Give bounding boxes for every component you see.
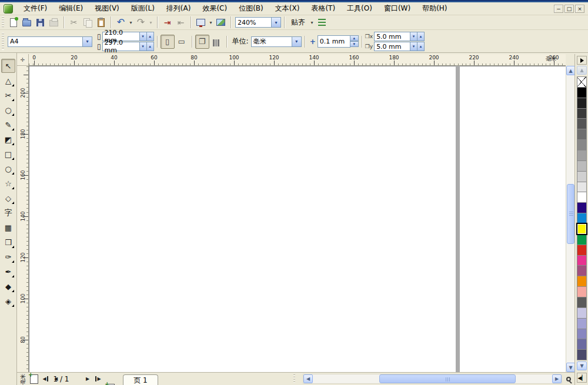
- menu-edit[interactable]: 编辑(E): [53, 2, 89, 15]
- swatch-70-percent-black[interactable]: [577, 118, 587, 129]
- zoom-tool[interactable]: ○: [1, 103, 15, 117]
- horizontal-scroll-thumb[interactable]: [379, 374, 516, 383]
- palette-expand-button[interactable]: ◀▏: [577, 373, 587, 383]
- menu-table[interactable]: 表格(T): [305, 2, 341, 15]
- last-page-button[interactable]: ▶: [93, 374, 103, 384]
- restore-button[interactable]: □: [564, 5, 574, 13]
- ruler-origin[interactable]: ✛: [17, 54, 29, 66]
- menu-arrange[interactable]: 排列(A): [161, 2, 197, 15]
- pick-tool[interactable]: ↖: [1, 59, 15, 73]
- swatch-mauve[interactable]: [577, 265, 587, 276]
- application-launcher-dropdown[interactable]: ▾: [208, 16, 214, 29]
- swatch-salmon[interactable]: [577, 286, 587, 297]
- rectangle-tool[interactable]: □: [1, 147, 15, 161]
- swatch-green[interactable]: [577, 234, 587, 245]
- horizontal-ruler[interactable]: 020406080100120140160180200220240260毫米: [29, 54, 566, 66]
- redo-dropdown[interactable]: ▾: [148, 16, 154, 29]
- swatch-60-percent-black[interactable]: [577, 129, 587, 140]
- shape-tool[interactable]: △: [1, 73, 15, 88]
- new-document-button[interactable]: [6, 16, 20, 29]
- menu-bitmaps[interactable]: 位图(B): [233, 2, 269, 15]
- open-button[interactable]: [20, 16, 34, 29]
- basic-shapes-tool[interactable]: ◇: [1, 191, 15, 205]
- vertical-ruler[interactable]: 20018016014012010080: [17, 66, 29, 372]
- import-button[interactable]: ⇥: [161, 16, 174, 29]
- fill-tool[interactable]: ◆: [1, 279, 15, 293]
- swatch-10-percent-black[interactable]: [577, 182, 587, 193]
- palette-scroll-up-button[interactable]: ▲: [577, 66, 587, 75]
- zoom-level-dropdown[interactable]: ▾: [272, 17, 281, 28]
- swatch-blue[interactable]: [577, 213, 587, 224]
- welcome-screen-button[interactable]: [214, 16, 228, 29]
- snap-options-button[interactable]: [315, 16, 329, 29]
- copy-button[interactable]: [81, 16, 94, 29]
- swatch-dark-slate[interactable]: [577, 349, 587, 360]
- export-button[interactable]: ⇤: [174, 16, 188, 29]
- paper-height-spinner[interactable]: ▾▴: [140, 42, 154, 51]
- swatch-magenta[interactable]: [577, 255, 587, 266]
- nudge-offset-input[interactable]: 0.1 mm: [318, 35, 350, 48]
- swatch-yellow[interactable]: [577, 223, 587, 235]
- units-dropdown[interactable]: ▾: [292, 36, 302, 47]
- freehand-tool[interactable]: ✎: [1, 118, 15, 132]
- swatch-periwinkle[interactable]: [577, 329, 587, 340]
- table-tool[interactable]: ▦: [1, 220, 15, 235]
- swatch-navy-violet[interactable]: [577, 202, 587, 213]
- menu-tools[interactable]: 工具(O): [341, 2, 378, 15]
- add-page-button-left[interactable]: [30, 374, 38, 384]
- paper-type-dropdown[interactable]: ▾: [83, 36, 92, 47]
- duplicate-y-input[interactable]: 5.0 mm: [374, 42, 410, 51]
- undo-button[interactable]: ↶: [114, 16, 128, 29]
- swatch-30-percent-black[interactable]: [577, 160, 587, 172]
- nudge-offset-spinner[interactable]: ▴▾: [350, 35, 359, 48]
- toolbar-gripper[interactable]: [2, 16, 4, 28]
- print-button[interactable]: [47, 16, 61, 29]
- swatch-white[interactable]: [577, 192, 587, 203]
- units-value[interactable]: 毫米: [251, 36, 292, 47]
- smart-fill-tool[interactable]: ◩: [1, 132, 15, 146]
- menu-help[interactable]: 帮助(H): [416, 2, 453, 15]
- swatch-40-percent-black[interactable]: [577, 150, 587, 161]
- paste-button[interactable]: [94, 16, 108, 29]
- menu-view[interactable]: 视图(V): [89, 2, 125, 15]
- pan-zoom-button[interactable]: [563, 374, 574, 384]
- save-button[interactable]: [34, 16, 47, 29]
- scroll-right-button[interactable]: ▶: [552, 374, 562, 383]
- paper-height-input[interactable]: 297.0 mm: [102, 42, 140, 51]
- close-button[interactable]: ×: [575, 5, 584, 13]
- scroll-left-button[interactable]: ◀: [303, 374, 313, 383]
- text-tool[interactable]: 字: [1, 206, 15, 220]
- outline-pen-tool[interactable]: ✒: [1, 265, 15, 279]
- duplicate-x-spinner[interactable]: ▾▴: [410, 32, 425, 41]
- minimize-button[interactable]: −: [554, 5, 563, 13]
- swatch-slate-blue[interactable]: [577, 339, 587, 350]
- swatch-20-percent-black[interactable]: [577, 171, 587, 182]
- redo-button[interactable]: ↷: [134, 16, 148, 29]
- interactive-fill-tool[interactable]: ◈: [1, 294, 15, 308]
- scroll-down-button[interactable]: ▼: [566, 363, 575, 372]
- landscape-orientation-button[interactable]: ▭: [175, 35, 189, 49]
- scroll-up-button[interactable]: ▲: [566, 66, 575, 75]
- swatch-lavender[interactable]: [577, 307, 587, 319]
- swatch-80-percent-black[interactable]: [577, 108, 587, 119]
- portrait-orientation-button[interactable]: ▯: [161, 35, 175, 49]
- palette-scroll-down-button[interactable]: ▼: [577, 361, 587, 370]
- menu-layout[interactable]: 版面(L): [125, 2, 161, 15]
- vertical-scroll-thumb[interactable]: [567, 184, 574, 244]
- crop-tool[interactable]: ✂: [1, 88, 15, 102]
- palette-flyout-button[interactable]: [577, 56, 587, 65]
- next-page-button[interactable]: ▶: [83, 374, 92, 384]
- swatch-no-color[interactable]: [577, 76, 587, 88]
- drawing-canvas[interactable]: [29, 66, 566, 372]
- swatch-black[interactable]: [577, 87, 587, 98]
- paper-width-spinner[interactable]: ▾▴: [140, 32, 154, 41]
- menu-file[interactable]: 文件(F): [18, 2, 53, 15]
- ellipse-tool[interactable]: ○: [1, 162, 15, 176]
- swatch-light-periwinkle[interactable]: [577, 318, 587, 329]
- application-launcher-button[interactable]: [194, 16, 208, 29]
- eyedropper-tool[interactable]: ✑: [1, 250, 15, 264]
- zoom-level-input[interactable]: 240%: [235, 17, 272, 28]
- menu-text[interactable]: 文本(X): [269, 2, 306, 15]
- menu-effects[interactable]: 效果(C): [196, 2, 233, 15]
- duplicate-y-spinner[interactable]: ▾▴: [410, 42, 425, 51]
